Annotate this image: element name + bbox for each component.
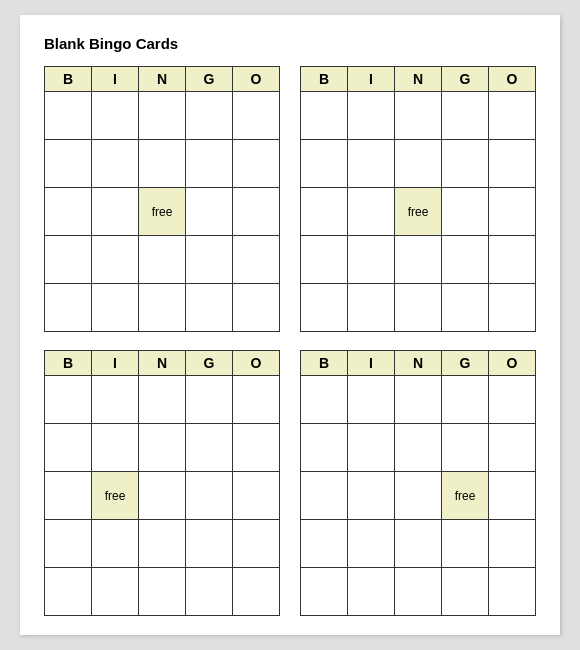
cell bbox=[92, 376, 139, 424]
cell bbox=[233, 568, 280, 616]
cell bbox=[45, 520, 92, 568]
cell bbox=[139, 92, 186, 140]
cell bbox=[301, 376, 348, 424]
bingo-card-3: B I N G O bbox=[44, 350, 280, 616]
header-b-3: B bbox=[45, 351, 92, 376]
cell bbox=[186, 140, 233, 188]
header-g-4: G bbox=[442, 351, 489, 376]
table-row bbox=[45, 376, 280, 424]
bingo-card-1: B I N G O bbox=[44, 66, 280, 332]
cell bbox=[233, 284, 280, 332]
page-title: Blank Bingo Cards bbox=[44, 35, 536, 52]
cell bbox=[233, 140, 280, 188]
cards-grid: B I N G O bbox=[44, 66, 536, 616]
cell bbox=[45, 376, 92, 424]
page-container: Blank Bingo Cards B I N G O bbox=[20, 15, 560, 635]
header-i-4: I bbox=[348, 351, 395, 376]
cell bbox=[395, 92, 442, 140]
bingo-card-4: B I N G O bbox=[300, 350, 536, 616]
cell bbox=[139, 284, 186, 332]
cell bbox=[45, 568, 92, 616]
table-row bbox=[45, 140, 280, 188]
cell bbox=[92, 568, 139, 616]
cell bbox=[186, 520, 233, 568]
cell bbox=[489, 424, 536, 472]
cell bbox=[45, 284, 92, 332]
cell bbox=[45, 424, 92, 472]
cell bbox=[45, 472, 92, 520]
cell bbox=[442, 188, 489, 236]
cell bbox=[489, 140, 536, 188]
cell bbox=[442, 140, 489, 188]
header-g-1: G bbox=[186, 67, 233, 92]
cell bbox=[489, 568, 536, 616]
cell bbox=[489, 188, 536, 236]
cell bbox=[186, 376, 233, 424]
cell bbox=[45, 236, 92, 284]
cell bbox=[442, 236, 489, 284]
cell bbox=[139, 520, 186, 568]
cell bbox=[233, 424, 280, 472]
cell bbox=[92, 236, 139, 284]
cell bbox=[233, 520, 280, 568]
cell bbox=[395, 520, 442, 568]
cell bbox=[92, 284, 139, 332]
cell bbox=[442, 568, 489, 616]
cell bbox=[301, 472, 348, 520]
table-row bbox=[45, 424, 280, 472]
cell bbox=[489, 472, 536, 520]
table-row: free bbox=[301, 188, 536, 236]
cell bbox=[301, 284, 348, 332]
cell bbox=[348, 568, 395, 616]
header-o-1: O bbox=[233, 67, 280, 92]
cell bbox=[301, 140, 348, 188]
cell bbox=[395, 568, 442, 616]
cell bbox=[489, 520, 536, 568]
cell bbox=[233, 236, 280, 284]
table-row bbox=[301, 236, 536, 284]
cell bbox=[348, 284, 395, 332]
header-n-4: N bbox=[395, 351, 442, 376]
header-b-1: B bbox=[45, 67, 92, 92]
cell bbox=[139, 376, 186, 424]
cell bbox=[92, 188, 139, 236]
cell bbox=[348, 236, 395, 284]
table-row bbox=[301, 568, 536, 616]
cell bbox=[301, 424, 348, 472]
table-row bbox=[45, 284, 280, 332]
table-row: free bbox=[45, 472, 280, 520]
cell bbox=[186, 236, 233, 284]
cell bbox=[92, 92, 139, 140]
table-row bbox=[301, 376, 536, 424]
cell bbox=[186, 424, 233, 472]
cell bbox=[139, 236, 186, 284]
cell bbox=[92, 424, 139, 472]
cell bbox=[489, 376, 536, 424]
cell bbox=[233, 92, 280, 140]
free-cell: free bbox=[442, 472, 489, 520]
table-row bbox=[45, 568, 280, 616]
cell bbox=[348, 92, 395, 140]
cell bbox=[186, 568, 233, 616]
cell bbox=[45, 92, 92, 140]
cell bbox=[139, 568, 186, 616]
cell bbox=[348, 140, 395, 188]
header-n-1: N bbox=[139, 67, 186, 92]
cell bbox=[139, 424, 186, 472]
cell bbox=[442, 520, 489, 568]
header-g-3: G bbox=[186, 351, 233, 376]
header-o-2: O bbox=[489, 67, 536, 92]
cell bbox=[186, 472, 233, 520]
cell bbox=[395, 472, 442, 520]
bingo-card-2: B I N G O bbox=[300, 66, 536, 332]
header-i-1: I bbox=[92, 67, 139, 92]
table-row bbox=[301, 140, 536, 188]
cell bbox=[301, 188, 348, 236]
cell bbox=[489, 284, 536, 332]
cell bbox=[45, 188, 92, 236]
free-cell: free bbox=[395, 188, 442, 236]
table-row bbox=[45, 520, 280, 568]
cell bbox=[233, 188, 280, 236]
cell bbox=[186, 188, 233, 236]
cell bbox=[395, 424, 442, 472]
